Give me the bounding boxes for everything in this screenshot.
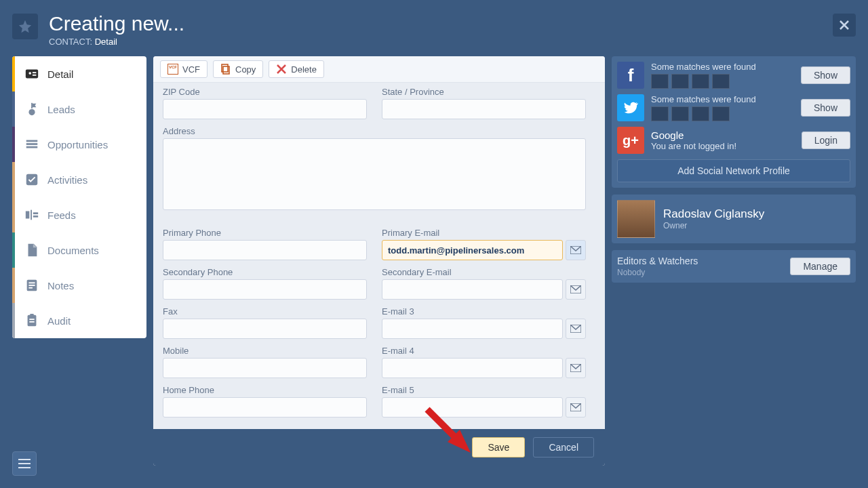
- address-label: Address: [163, 126, 586, 136]
- favorite-button[interactable]: [12, 14, 38, 39]
- right-column: f Some matches were found Show Some matc…: [612, 56, 856, 466]
- primary-email-input[interactable]: [382, 240, 563, 260]
- sidebar-item-opportunities[interactable]: Opportunities: [12, 127, 146, 162]
- primary-email-label: Primary E-mail: [382, 228, 586, 238]
- match-thumb[interactable]: [692, 74, 709, 89]
- match-thumb[interactable]: [651, 106, 669, 121]
- main-panel: VCF VCF Copy Delete ZIP Code State / Pro…: [153, 56, 605, 466]
- watchers-panel: Editors & Watchers Nobody Manage: [612, 250, 856, 283]
- star-icon: [18, 19, 33, 34]
- svg-rect-7: [26, 143, 38, 145]
- audit-icon: [24, 313, 39, 328]
- svg-rect-19: [30, 314, 34, 317]
- sidebar-item-detail[interactable]: Detail: [12, 56, 146, 92]
- form-area[interactable]: ZIP Code State / Province Address Primar…: [153, 83, 605, 429]
- social-facebook-row: f Some matches were found Show: [617, 62, 850, 89]
- facebook-show-button[interactable]: Show: [801, 66, 850, 84]
- sidebar-item-notes[interactable]: Notes: [12, 268, 146, 303]
- watchers-subtitle: Nobody: [617, 268, 698, 277]
- facebook-icon: f: [617, 62, 644, 89]
- zip-input[interactable]: [163, 99, 367, 119]
- copy-icon: [220, 64, 231, 75]
- facebook-status: Some matches were found: [651, 62, 794, 72]
- home-phone-input[interactable]: [163, 397, 367, 418]
- state-input[interactable]: [382, 99, 586, 119]
- cancel-button[interactable]: Cancel: [533, 437, 594, 458]
- social-panel: f Some matches were found Show Some matc…: [612, 56, 856, 188]
- home-phone-label: Home Phone: [163, 385, 367, 395]
- sidebar-item-audit[interactable]: Audit: [12, 303, 146, 338]
- sidebar-item-documents[interactable]: Documents: [12, 232, 146, 268]
- primary-phone-input[interactable]: [163, 240, 367, 260]
- twitter-show-button[interactable]: Show: [801, 99, 850, 117]
- google-plus-icon: g+: [617, 127, 644, 154]
- delete-icon: [276, 64, 287, 75]
- svg-rect-21: [29, 321, 34, 323]
- mobile-input[interactable]: [163, 358, 367, 378]
- email5-send-button[interactable]: [566, 397, 586, 418]
- secondary-email-label: Secondary E-mail: [382, 267, 586, 277]
- google-login-button[interactable]: Login: [802, 131, 850, 149]
- match-thumb[interactable]: [671, 74, 689, 89]
- owner-panel: Radoslav Ciglansky Owner: [612, 195, 856, 243]
- id-card-icon: [24, 66, 39, 81]
- fax-input[interactable]: [163, 319, 367, 339]
- secondary-email-input[interactable]: [382, 279, 563, 300]
- page-subtitle: CONTACT: Detail: [49, 37, 184, 47]
- hamburger-icon: [18, 459, 31, 468]
- sidebar-item-activities[interactable]: Activities: [12, 162, 146, 197]
- email4-input[interactable]: [382, 358, 563, 378]
- match-thumb[interactable]: [692, 106, 709, 121]
- match-thumb[interactable]: [671, 106, 689, 121]
- fax-label: Fax: [163, 306, 367, 317]
- watchers-title: Editors & Watchers: [617, 256, 698, 266]
- delete-button[interactable]: Delete: [269, 60, 324, 78]
- menu-button[interactable]: [12, 451, 37, 476]
- match-thumb[interactable]: [712, 74, 730, 89]
- twitter-matches: [651, 106, 794, 121]
- secondary-phone-label: Secondary Phone: [163, 267, 367, 277]
- close-button[interactable]: [833, 14, 856, 37]
- email4-send-button[interactable]: [566, 358, 586, 378]
- feed-icon: [24, 207, 39, 222]
- envelope-icon: [570, 285, 581, 293]
- svg-rect-15: [28, 282, 35, 283]
- save-button[interactable]: Save: [472, 437, 525, 458]
- add-social-profile-button[interactable]: Add Social Network Profile: [617, 159, 850, 182]
- owner-avatar: [617, 200, 655, 238]
- svg-rect-3: [33, 75, 36, 76]
- email4-label: E-mail 4: [382, 346, 586, 356]
- secondary-phone-input[interactable]: [163, 279, 367, 300]
- svg-rect-8: [26, 146, 38, 148]
- match-thumb[interactable]: [651, 74, 669, 89]
- envelope-icon: [570, 364, 581, 372]
- svg-rect-2: [33, 72, 36, 73]
- email3-input[interactable]: [382, 319, 563, 339]
- svg-rect-16: [28, 285, 35, 286]
- svg-rect-6: [26, 140, 38, 142]
- email3-label: E-mail 3: [382, 306, 586, 317]
- svg-rect-18: [28, 315, 37, 327]
- facebook-matches: [651, 74, 794, 89]
- primary-email-send-button[interactable]: [566, 240, 586, 260]
- address-input[interactable]: [163, 138, 586, 210]
- email3-send-button[interactable]: [566, 319, 586, 339]
- close-icon: [839, 20, 850, 30]
- page-title: Creating new...: [49, 14, 184, 34]
- sidebar-item-feeds[interactable]: Feeds: [12, 197, 146, 232]
- bottom-bar: Save Cancel: [153, 429, 605, 466]
- manage-watchers-button[interactable]: Manage: [790, 258, 850, 275]
- email5-input[interactable]: [382, 397, 563, 418]
- match-thumb[interactable]: [712, 106, 730, 121]
- google-name: Google: [651, 129, 795, 141]
- owner-role: Owner: [663, 221, 764, 230]
- vcf-button[interactable]: VCF VCF: [160, 60, 208, 78]
- svg-rect-17: [28, 287, 33, 289]
- check-icon: [24, 172, 39, 187]
- svg-point-1: [28, 72, 31, 75]
- owner-name: Radoslav Ciglansky: [663, 207, 764, 221]
- secondary-email-send-button[interactable]: [566, 279, 586, 300]
- sidebar-item-leads[interactable]: Leads: [12, 92, 146, 127]
- copy-button[interactable]: Copy: [213, 60, 263, 78]
- svg-rect-0: [26, 70, 38, 79]
